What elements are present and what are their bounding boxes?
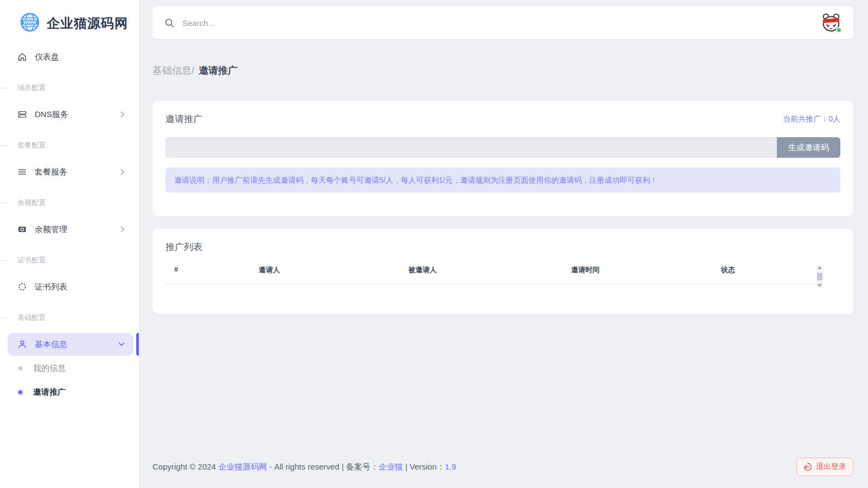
sidebar-item-label: 仪表盘 — [35, 52, 59, 62]
promo-table: # 邀请人 被邀请人 邀请时间 状态 — [165, 265, 823, 314]
promo-list-title: 推广列表 — [165, 242, 202, 252]
sidebar-section-basic: 基础配置 — [0, 313, 139, 322]
topbar — [152, 7, 853, 39]
promo-count-value: 0人 — [828, 114, 840, 123]
invite-code-input[interactable] — [165, 137, 777, 158]
svg-text:WWW: WWW — [23, 20, 37, 25]
avatar[interactable] — [821, 12, 841, 33]
sidebar-item-label: DNS服务 — [35, 110, 68, 120]
sidebar-section-balance: 余额配置 — [0, 198, 139, 207]
sidebar-subitem-label: 我的信息 — [33, 363, 66, 374]
wallet-cam-icon — [17, 224, 27, 234]
scroll-up-arrow-icon[interactable] — [818, 266, 822, 269]
sidebar-subitem-invite-promo[interactable]: 邀请推广 — [0, 381, 139, 403]
footer: Copyright © 2024 企业猫源码网 - All rights res… — [152, 458, 853, 476]
col-status: 状态 — [712, 265, 816, 275]
sidebar-item-package-service[interactable]: 套餐服务 — [8, 160, 133, 183]
col-invite-time: 邀请时间 — [563, 265, 712, 275]
footer-version-link[interactable]: 1.9 — [445, 462, 456, 471]
breadcrumb: 基础信息/ 邀请推广 — [152, 64, 853, 77]
chevron-right-icon — [120, 169, 125, 175]
online-status-dot — [836, 27, 842, 33]
invite-card: 邀请推广 当前共推广：0人 生成邀请码 邀请说明：用户推广前请先生成邀请码，每天… — [152, 101, 853, 216]
sidebar-subitem-my-info[interactable]: 我的信息 — [0, 357, 139, 380]
chevron-right-icon — [120, 226, 125, 233]
invite-card-title: 邀请推广 — [165, 113, 202, 125]
sidebar-item-label: 套餐服务 — [35, 167, 67, 177]
active-menu-indicator — [136, 333, 139, 356]
bullet-dot-icon — [18, 367, 22, 370]
promo-table-body-empty — [165, 284, 823, 314]
sidebar-menu: 仪表盘 域名配置 DNS服务 套餐配置 套餐服务 — [0, 35, 139, 403]
col-invitee: 被邀请人 — [400, 265, 563, 275]
bullet-dot-icon — [18, 390, 22, 394]
scroll-down-arrow-icon[interactable] — [818, 284, 822, 287]
sidebar-item-dashboard[interactable]: 仪表盘 — [8, 46, 133, 68]
scrollbar-thumb[interactable] — [817, 273, 822, 280]
sidebar-item-label: 基本信息 — [35, 339, 67, 350]
sidebar-item-dns[interactable]: DNS服务 — [8, 103, 133, 126]
breadcrumb-parent[interactable]: 基础信息/ — [152, 64, 194, 77]
logout-button[interactable]: 退出登录 — [796, 458, 853, 476]
chevron-right-icon — [120, 111, 125, 118]
footer-brand-link[interactable]: 企业猫源码网 — [218, 462, 267, 471]
sidebar: WWW 企业猫源码网 仪表盘 域名配置 DNS服务 — [0, 0, 139, 488]
sidebar-section-cert: 证书配置 — [0, 256, 139, 265]
user-icon — [17, 339, 27, 349]
badge-circle-icon — [17, 282, 27, 292]
sidebar-subitem-label: 邀请推广 — [33, 387, 66, 397]
chevron-down-icon — [118, 342, 125, 346]
sidebar-item-balance[interactable]: 余额管理 — [8, 218, 133, 241]
logout-arrow-icon — [803, 463, 812, 471]
server-icon — [17, 110, 27, 119]
list-icon — [17, 167, 27, 177]
search-input[interactable] — [182, 18, 410, 28]
table-scrollbar[interactable] — [816, 265, 823, 288]
breadcrumb-current: 邀请推广 — [199, 64, 238, 77]
footer-copyright: Copyright © 2024 企业猫源码网 - All rights res… — [152, 462, 456, 472]
sidebar-item-cert-list[interactable]: 证书列表 — [8, 275, 133, 298]
logout-label: 退出登录 — [816, 462, 846, 472]
sidebar-section-package: 套餐配置 — [0, 141, 139, 150]
search-icon — [164, 18, 175, 28]
invite-notice: 邀请说明：用户推广前请先生成邀请码，每天每个账号可邀请5/人，每人可获利1/元，… — [165, 168, 840, 192]
sidebar-item-label: 余额管理 — [35, 224, 67, 235]
sidebar-item-basic-info[interactable]: 基本信息 — [8, 333, 133, 356]
col-inviter: 邀请人 — [250, 265, 400, 275]
invite-code-group: 生成邀请码 — [165, 137, 840, 158]
sidebar-item-label: 证书列表 — [35, 282, 67, 292]
generate-invite-code-button[interactable]: 生成邀请码 — [777, 137, 840, 158]
app-title: 企业猫源码网 — [47, 15, 128, 32]
footer-icp-link[interactable]: 企业猫 — [379, 462, 403, 471]
sidebar-section-domain: 域名配置 — [0, 84, 139, 92]
brand[interactable]: WWW 企业猫源码网 — [0, 0, 139, 35]
main-content: 基础信息/ 邀请推广 邀请推广 当前共推广：0人 生成邀请码 邀请说明：用户推广… — [139, 0, 868, 488]
promo-list-card: 推广列表 # 邀请人 被邀请人 邀请时间 状态 — [152, 229, 853, 314]
col-index: # — [165, 265, 250, 275]
promo-count-stat: 当前共推广：0人 — [783, 114, 840, 124]
home-icon — [17, 52, 27, 62]
globe-www-icon: WWW — [20, 12, 40, 35]
promo-table-header: # 邀请人 被邀请人 邀请时间 状态 — [165, 265, 816, 284]
